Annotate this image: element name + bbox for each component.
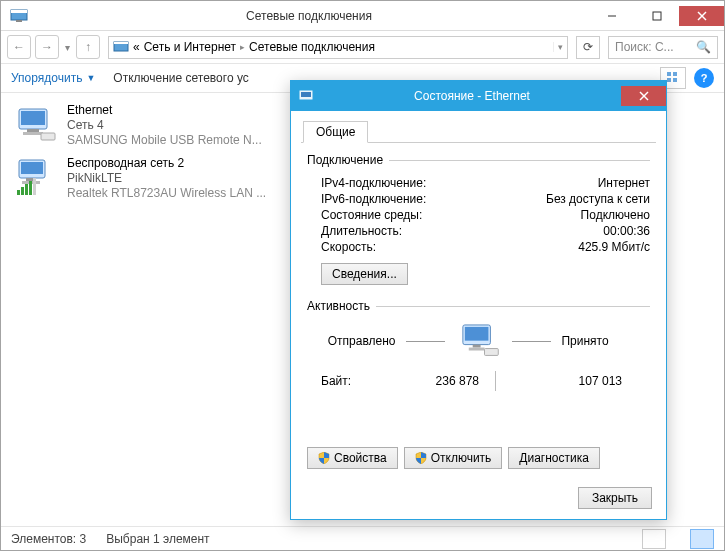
forward-button[interactable]: → xyxy=(35,35,59,59)
svg-rect-28 xyxy=(301,92,311,97)
shield-icon xyxy=(318,452,330,464)
svg-rect-25 xyxy=(29,181,32,195)
breadcrumb-item[interactable]: Сетевые подключения xyxy=(249,40,375,54)
search-icon: 🔍 xyxy=(696,40,711,54)
svg-rect-2 xyxy=(16,20,22,22)
ethernet-icon xyxy=(15,103,57,145)
bytes-sent: 236 878 xyxy=(369,374,479,388)
connection-network: Сеть 4 xyxy=(67,118,277,133)
svg-rect-1 xyxy=(11,10,27,13)
tab-general[interactable]: Общие xyxy=(303,121,368,143)
breadcrumb-item[interactable]: Сеть и Интернет xyxy=(144,40,236,54)
recv-label: Принято xyxy=(561,334,650,348)
svg-rect-19 xyxy=(21,162,43,174)
shield-icon xyxy=(415,452,427,464)
close-button[interactable] xyxy=(679,6,724,26)
organize-menu[interactable]: Упорядочить xyxy=(11,71,82,85)
navbar: ← → ▾ ↑ « Сеть и Интернет ▸ Сетевые подк… xyxy=(1,31,724,63)
window-title: Сетевые подключения xyxy=(29,9,589,23)
svg-rect-11 xyxy=(667,78,671,82)
ipv6-value: Без доступа к сети xyxy=(546,192,650,206)
media-value: Подключено xyxy=(581,208,650,222)
duration-label: Длительность: xyxy=(321,224,402,238)
dialog-titlebar[interactable]: Состояние - Ethernet xyxy=(291,81,666,111)
connection-device: SAMSUNG Mobile USB Remote N... xyxy=(67,133,277,148)
list-item[interactable]: Ethernet Сеть 4 SAMSUNG Mobile USB Remot… xyxy=(11,99,281,152)
list-item[interactable]: Беспроводная сеть 2 PikNikLTE Realtek RT… xyxy=(11,152,281,205)
duration-value: 00:00:36 xyxy=(603,224,650,238)
properties-label: Свойства xyxy=(334,451,387,465)
svg-rect-16 xyxy=(23,132,43,135)
minimize-button[interactable] xyxy=(589,6,634,26)
status-element-count: Элементов: 3 xyxy=(11,532,86,546)
back-button[interactable]: ← xyxy=(7,35,31,59)
app-icon xyxy=(9,6,29,26)
status-dialog: Состояние - Ethernet Общие Подключение I… xyxy=(290,80,667,520)
svg-rect-23 xyxy=(21,187,24,195)
svg-rect-14 xyxy=(21,111,45,125)
breadcrumb-prefix: « xyxy=(133,40,140,54)
disable-button[interactable]: Отключить xyxy=(404,447,503,469)
bytes-recv: 107 013 xyxy=(512,374,622,388)
tab-strip: Общие xyxy=(301,119,656,143)
dialog-title: Состояние - Ethernet xyxy=(323,89,621,103)
dialog-close-button[interactable] xyxy=(621,86,666,106)
wifi-icon xyxy=(15,156,57,198)
chevron-right-icon[interactable]: ▸ xyxy=(240,42,245,52)
bytes-label: Байт: xyxy=(321,374,369,388)
address-bar[interactable]: « Сеть и Интернет ▸ Сетевые подключения … xyxy=(108,36,568,59)
search-input[interactable]: Поиск: С... 🔍 xyxy=(608,36,718,59)
address-dropdown[interactable]: ▾ xyxy=(553,42,563,52)
details-button[interactable]: Сведения... xyxy=(321,263,408,285)
activity-icon xyxy=(455,321,502,361)
svg-rect-35 xyxy=(484,349,498,356)
disable-label: Отключить xyxy=(431,451,492,465)
network-icon xyxy=(299,88,315,104)
ipv4-label: IPv4-подключение: xyxy=(321,176,426,190)
svg-rect-33 xyxy=(473,345,481,348)
sent-label: Отправлено xyxy=(307,334,396,348)
media-label: Состояние среды: xyxy=(321,208,422,222)
speed-label: Скорость: xyxy=(321,240,376,254)
view-tiles-button[interactable] xyxy=(690,529,714,549)
svg-rect-9 xyxy=(667,72,671,76)
svg-rect-26 xyxy=(33,178,36,195)
connection-network: PikNikLTE xyxy=(67,171,277,186)
speed-value: 425.9 Мбит/с xyxy=(578,240,650,254)
search-placeholder: Поиск: С... xyxy=(615,40,696,54)
statusbar: Элементов: 3 Выбран 1 элемент xyxy=(1,526,724,550)
svg-rect-15 xyxy=(27,129,39,132)
titlebar: Сетевые подключения xyxy=(1,1,724,31)
view-details-button[interactable] xyxy=(642,529,666,549)
svg-rect-34 xyxy=(469,348,485,351)
status-selected: Выбран 1 элемент xyxy=(106,532,209,546)
location-icon xyxy=(113,39,129,55)
diagnostics-button[interactable]: Диагностика xyxy=(508,447,600,469)
group-activity: Активность xyxy=(307,299,370,313)
maximize-button[interactable] xyxy=(634,6,679,26)
help-button[interactable]: ? xyxy=(694,68,714,88)
connection-name: Ethernet xyxy=(67,103,277,118)
up-button[interactable]: ↑ xyxy=(76,35,100,59)
svg-rect-10 xyxy=(673,72,677,76)
svg-rect-4 xyxy=(653,12,661,20)
svg-rect-32 xyxy=(465,327,489,341)
disable-device-action[interactable]: Отключение сетевого ус xyxy=(113,71,248,85)
properties-button[interactable]: Свойства xyxy=(307,447,398,469)
ipv4-value: Интернет xyxy=(598,176,650,190)
connection-name: Беспроводная сеть 2 xyxy=(67,156,277,171)
recent-dropdown[interactable]: ▾ xyxy=(63,42,72,53)
svg-rect-12 xyxy=(673,78,677,82)
svg-rect-24 xyxy=(25,184,28,195)
chevron-down-icon: ▼ xyxy=(86,73,95,83)
close-dialog-button[interactable]: Закрыть xyxy=(578,487,652,509)
svg-rect-17 xyxy=(41,133,55,140)
group-connection: Подключение xyxy=(307,153,383,167)
svg-rect-22 xyxy=(17,190,20,195)
ipv6-label: IPv6-подключение: xyxy=(321,192,426,206)
refresh-button[interactable]: ⟳ xyxy=(576,36,600,59)
connection-device: Realtek RTL8723AU Wireless LAN ... xyxy=(67,186,277,201)
svg-rect-8 xyxy=(114,42,128,44)
